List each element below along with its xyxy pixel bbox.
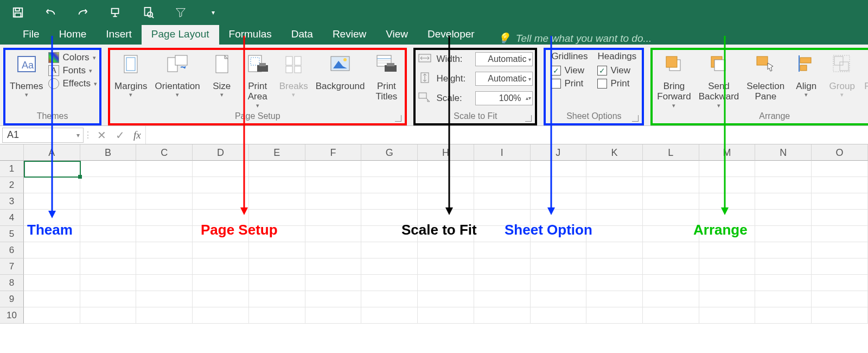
cell[interactable] — [249, 259, 305, 275]
cell[interactable] — [80, 210, 137, 226]
cell[interactable] — [24, 291, 80, 307]
cell[interactable] — [755, 291, 812, 307]
cell[interactable] — [531, 275, 587, 291]
cell[interactable] — [80, 177, 137, 193]
cell[interactable] — [249, 242, 305, 259]
sheet-options-dialog-launcher-icon[interactable] — [632, 115, 639, 122]
page-setup-dialog-launcher-icon[interactable] — [395, 115, 401, 122]
tell-me-search[interactable]: 💡 Tell me what you want to do... — [484, 32, 652, 45]
column-header[interactable]: C — [136, 144, 193, 161]
cell[interactable] — [136, 226, 193, 242]
themes-button[interactable]: Aa Themes▾ — [8, 51, 45, 98]
cell[interactable] — [643, 307, 699, 324]
cell[interactable] — [586, 307, 643, 324]
cell[interactable] — [474, 242, 531, 259]
tab-insert[interactable]: Insert — [96, 25, 142, 45]
background-button[interactable]: Background — [314, 51, 367, 91]
print-titles-button[interactable]: Print Titles — [370, 51, 403, 102]
cell[interactable] — [531, 242, 587, 259]
cell[interactable] — [80, 291, 137, 307]
column-header[interactable]: E — [249, 144, 305, 161]
cell[interactable] — [755, 259, 812, 275]
cell[interactable] — [643, 177, 699, 193]
cell[interactable] — [80, 226, 137, 242]
cell[interactable] — [305, 193, 362, 210]
cell[interactable] — [80, 275, 137, 291]
customize-qat-icon[interactable]: ▾ — [206, 5, 220, 20]
cell[interactable] — [643, 226, 699, 242]
cell[interactable] — [812, 291, 868, 307]
cell[interactable] — [136, 177, 193, 193]
cell[interactable] — [531, 193, 587, 210]
cell[interactable] — [699, 291, 756, 307]
row-header[interactable]: 9 — [0, 291, 24, 307]
size-button[interactable]: Size▾ — [206, 51, 238, 98]
cell[interactable] — [24, 242, 80, 259]
column-header[interactable]: O — [812, 144, 868, 161]
filter-icon[interactable] — [174, 5, 188, 20]
cell[interactable] — [249, 291, 305, 307]
cell[interactable] — [193, 307, 249, 324]
cell[interactable] — [361, 161, 418, 177]
row-header[interactable]: 2 — [0, 177, 24, 193]
cell[interactable] — [474, 193, 531, 210]
headings-view-checkbox[interactable]: ✓View — [597, 65, 630, 76]
width-value[interactable]: Automatic▾ — [475, 52, 533, 66]
cell[interactable] — [193, 291, 249, 307]
print-preview-icon[interactable] — [141, 5, 155, 20]
tab-data[interactable]: Data — [282, 25, 323, 45]
row-header[interactable]: 8 — [0, 275, 24, 291]
undo-icon[interactable] — [43, 5, 58, 20]
cell[interactable] — [755, 161, 812, 177]
cell[interactable] — [643, 275, 699, 291]
cell[interactable] — [418, 307, 474, 324]
margins-button[interactable]: Margins▾ — [112, 51, 149, 98]
cell[interactable] — [699, 242, 756, 259]
cell[interactable] — [193, 259, 249, 275]
cell[interactable] — [586, 193, 643, 210]
cell[interactable] — [305, 307, 362, 324]
row-header[interactable]: 6 — [0, 242, 24, 259]
cell[interactable] — [812, 226, 868, 242]
touch-mode-icon[interactable] — [108, 5, 123, 20]
tab-formulas[interactable]: Formulas — [219, 25, 282, 45]
cell[interactable] — [643, 161, 699, 177]
cell[interactable] — [586, 210, 643, 226]
cell[interactable] — [531, 161, 587, 177]
cell[interactable] — [812, 193, 868, 210]
cell[interactable] — [812, 161, 868, 177]
cell[interactable] — [586, 177, 643, 193]
cell[interactable] — [305, 259, 362, 275]
cell[interactable] — [643, 193, 699, 210]
cell[interactable] — [80, 307, 137, 324]
cell[interactable] — [193, 275, 249, 291]
column-header[interactable]: K — [586, 144, 643, 161]
headings-print-checkbox[interactable]: Print — [597, 78, 629, 89]
breaks-button[interactable]: Breaks▾ — [277, 51, 310, 98]
cell[interactable] — [136, 242, 193, 259]
cell[interactable] — [755, 307, 812, 324]
cell[interactable] — [586, 242, 643, 259]
tab-file[interactable]: File — [13, 25, 49, 45]
cell[interactable] — [249, 177, 305, 193]
cell[interactable] — [643, 291, 699, 307]
cell[interactable] — [531, 259, 587, 275]
bring-forward-button[interactable]: Bring Forward▾ — [655, 51, 693, 109]
tab-view[interactable]: View — [376, 25, 418, 45]
cell[interactable] — [136, 307, 193, 324]
cell[interactable] — [418, 275, 474, 291]
cell[interactable] — [812, 259, 868, 275]
scale-value[interactable]: 100% — [475, 91, 533, 105]
cell[interactable] — [586, 226, 643, 242]
tab-page-layout[interactable]: Page Layout — [142, 25, 219, 45]
cell[interactable] — [531, 177, 587, 193]
cell[interactable] — [812, 242, 868, 259]
scale-dialog-launcher-icon[interactable] — [525, 115, 532, 122]
cell[interactable] — [361, 259, 418, 275]
orientation-button[interactable]: Orientation▾ — [153, 51, 202, 98]
cell[interactable] — [699, 307, 756, 324]
cell[interactable] — [305, 161, 362, 177]
formula-bar-grip[interactable]: ⋮ — [84, 130, 92, 140]
group-objects-button[interactable]: Group▾ — [826, 51, 858, 98]
cell[interactable] — [586, 275, 643, 291]
